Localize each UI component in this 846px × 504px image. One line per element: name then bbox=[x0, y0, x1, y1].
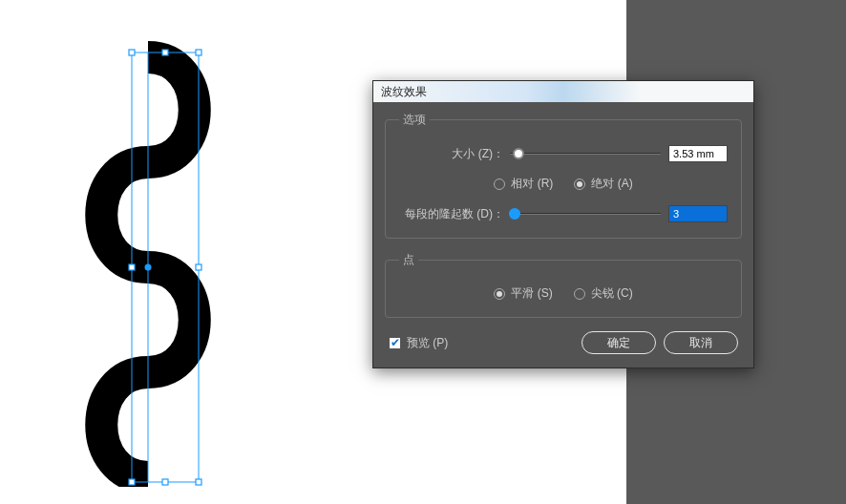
cancel-button[interactable]: 取消 bbox=[664, 331, 738, 354]
absolute-radio[interactable]: 绝对 (A) bbox=[574, 176, 632, 192]
preview-label: 预览 (P) bbox=[407, 335, 448, 351]
size-input[interactable] bbox=[668, 145, 728, 162]
preview-checkbox[interactable]: ✔ 预览 (P) bbox=[389, 335, 448, 351]
ok-button[interactable]: 确定 bbox=[582, 331, 656, 354]
corner-radio[interactable]: 尖锐 (C) bbox=[574, 285, 633, 302]
corner-label: 尖锐 (C) bbox=[591, 285, 633, 302]
ridges-input[interactable] bbox=[668, 205, 728, 222]
handle-tl[interactable] bbox=[129, 50, 135, 55]
options-group: 选项 大小 (Z)： 相对 (R) 绝对 (A) bbox=[385, 112, 742, 239]
handle-br[interactable] bbox=[196, 479, 201, 485]
smooth-radio[interactable]: 平滑 (S) bbox=[494, 285, 552, 302]
ridges-slider[interactable] bbox=[510, 207, 661, 220]
zig-zag-dialog: 波纹效果 选项 大小 (Z)： 相对 (R) 绝对 (A) bbox=[372, 80, 754, 368]
size-slider[interactable] bbox=[510, 147, 661, 160]
dialog-title[interactable]: 波纹效果 bbox=[373, 81, 753, 102]
smooth-label: 平滑 (S) bbox=[511, 285, 552, 302]
options-legend: 选项 bbox=[399, 112, 430, 128]
handle-mr[interactable] bbox=[196, 264, 201, 270]
relative-label: 相对 (R) bbox=[511, 176, 553, 192]
handle-tc[interactable] bbox=[162, 50, 168, 55]
size-label: 大小 (Z)： bbox=[399, 146, 510, 162]
relative-radio[interactable]: 相对 (R) bbox=[494, 176, 553, 192]
canvas-artwork bbox=[76, 29, 229, 487]
handle-ml[interactable] bbox=[129, 264, 135, 270]
handle-center[interactable] bbox=[145, 264, 152, 271]
handle-bc[interactable] bbox=[162, 479, 168, 485]
point-group: 点 平滑 (S) 尖锐 (C) bbox=[385, 252, 742, 318]
absolute-label: 绝对 (A) bbox=[591, 176, 632, 192]
handle-tr[interactable] bbox=[196, 50, 201, 55]
ridges-label: 每段的隆起数 (D)： bbox=[399, 206, 510, 222]
point-legend: 点 bbox=[399, 252, 418, 268]
handle-bl[interactable] bbox=[129, 479, 135, 485]
